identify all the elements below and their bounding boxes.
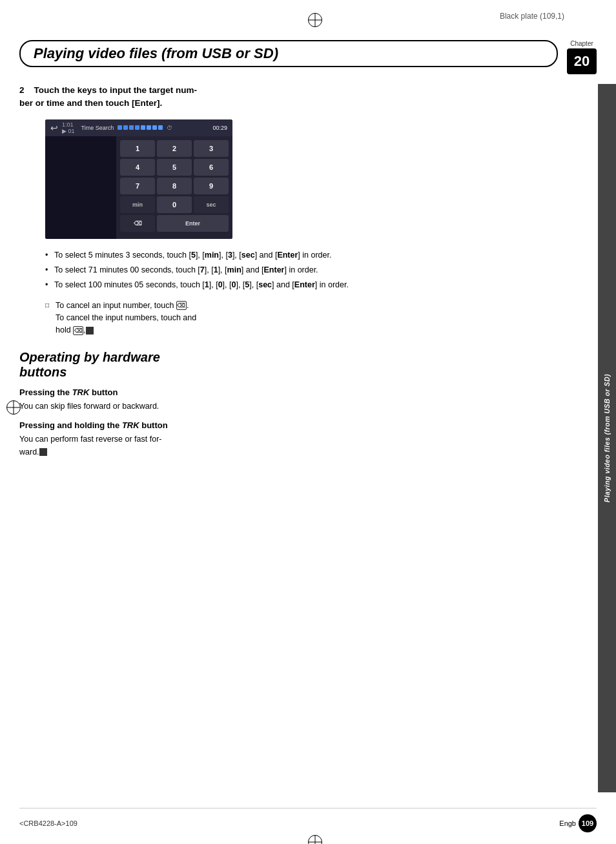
bottom-divider [19, 808, 597, 808]
bullet-item-1: To select 5 minutes 3 seconds, touch [5]… [45, 249, 597, 262]
key-4[interactable]: 4 [120, 159, 155, 176]
dot-8 [158, 125, 163, 130]
key-6[interactable]: 6 [194, 159, 229, 176]
top-registration-mark [308, 13, 322, 27]
chapter-number: 20 [567, 48, 597, 74]
key-enter[interactable]: Enter [157, 215, 229, 232]
step2-instruction: 2 Touch the keys to input the target num… [19, 84, 597, 110]
backspace-icon-2: ⌫ [73, 326, 83, 335]
key-7[interactable]: 7 [120, 178, 155, 194]
black-plate-label: Black plate (109,1) [500, 12, 564, 21]
ui-top-bar: ↩ 1:01 ▶ 01 Time Search ⏱ 00:29 [45, 119, 232, 136]
time-search-label: Time Search [81, 125, 114, 131]
ui-body: 1 2 3 4 5 6 7 8 9 min 0 sec ⌫ Enter [45, 136, 232, 239]
footer-code: <CRB4228-A>109 [19, 819, 77, 827]
sub-heading-trk-press: Pressing the TRK button [19, 387, 597, 397]
chapter-badge: Chapter 20 [567, 40, 597, 74]
key-sec[interactable]: sec [194, 196, 229, 213]
bullet-item-2: To select 71 minutes 00 seconds, touch [… [45, 264, 597, 276]
note-item-1: To cancel an input number, touch ⌫. To c… [45, 300, 597, 337]
bottom-footer: <CRB4228-A>109 Engb 109 [19, 814, 597, 832]
sub-heading-trk-hold: Pressing and holding the TRK button [19, 420, 597, 430]
trk-hold-body: You can perform fast reverse or fast for… [19, 433, 597, 458]
top-header: Black plate (109,1) [0, 0, 616, 40]
right-sidebar: Playing video files (from USB or SD) [598, 84, 616, 792]
page-title-box: Playing video files (from USB or SD) [19, 40, 558, 67]
backspace-icon: ⌫ [176, 301, 187, 310]
dot-3 [129, 125, 134, 130]
footer-lang-badge: Engb 109 [559, 814, 597, 832]
clock-icon: ⏱ [167, 125, 172, 131]
dot-2 [123, 125, 128, 130]
dot-1 [118, 125, 122, 130]
ui-keypad: 1 2 3 4 5 6 7 8 9 min 0 sec ⌫ Enter [116, 136, 232, 239]
main-content: 2 Touch the keys to input the target num… [19, 84, 597, 461]
dot-4 [135, 125, 139, 130]
stop-icon [86, 327, 94, 335]
key-backspace[interactable]: ⌫ [120, 215, 155, 232]
page-number: 109 [579, 814, 597, 832]
time-display: 00:29 [212, 125, 227, 131]
footer-lang: Engb [559, 819, 576, 827]
key-5[interactable]: 5 [157, 159, 192, 176]
key-9[interactable]: 9 [194, 178, 229, 194]
key-8[interactable]: 8 [157, 178, 192, 194]
key-3[interactable]: 3 [194, 140, 229, 157]
page-title: Playing video files (from USB or SD) [34, 45, 278, 61]
key-1[interactable]: 1 [120, 140, 155, 157]
note-list: To cancel an input number, touch ⌫. To c… [45, 300, 597, 337]
section-heading: Operating by hardwarebuttons [19, 350, 597, 380]
bullet-item-3: To select 100 minutes 05 seconds, touch … [45, 279, 597, 291]
step2-number: 2 [19, 85, 25, 95]
ui-left-panel [45, 136, 116, 239]
track-info: 1:01 ▶ 01 [62, 121, 75, 134]
dot-7 [152, 125, 157, 130]
stop-icon-2 [39, 448, 47, 456]
back-symbol: ↩ [50, 123, 58, 133]
dot-5 [141, 125, 145, 130]
key-0[interactable]: 0 [157, 196, 192, 213]
dot-6 [147, 125, 151, 130]
key-2[interactable]: 2 [157, 140, 192, 157]
key-min[interactable]: min [120, 196, 155, 213]
ui-screenshot: ↩ 1:01 ▶ 01 Time Search ⏱ 00:29 1 [45, 119, 232, 239]
progress-dots [118, 125, 163, 130]
bullet-list: To select 5 minutes 3 seconds, touch [5]… [45, 249, 597, 292]
right-sidebar-text: Playing video files (from USB or SD) [603, 374, 611, 502]
chapter-label: Chapter [570, 40, 593, 47]
trk-press-body: You can skip files forward or backward. [19, 400, 597, 413]
step2-text: Touch the keys to input the target num-b… [19, 85, 197, 108]
